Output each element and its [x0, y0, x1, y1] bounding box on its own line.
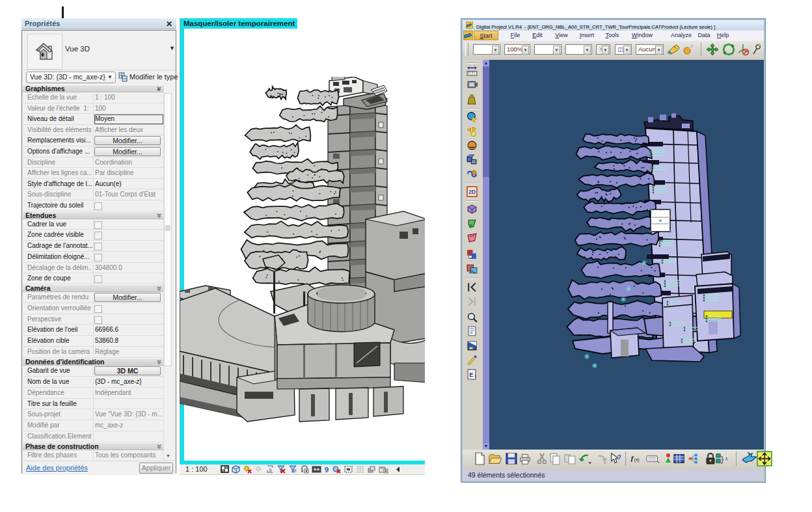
svg-text:}: }	[721, 454, 724, 464]
svg-text:E: E	[469, 371, 473, 378]
svg-text:2D: 2D	[468, 189, 476, 195]
svg-text:(x): (x)	[634, 457, 640, 463]
svg-text:9: 9	[269, 467, 272, 473]
svg-text:9: 9	[325, 466, 329, 474]
svg-text:?: ?	[617, 454, 621, 461]
svg-text:9: 9	[293, 468, 297, 474]
